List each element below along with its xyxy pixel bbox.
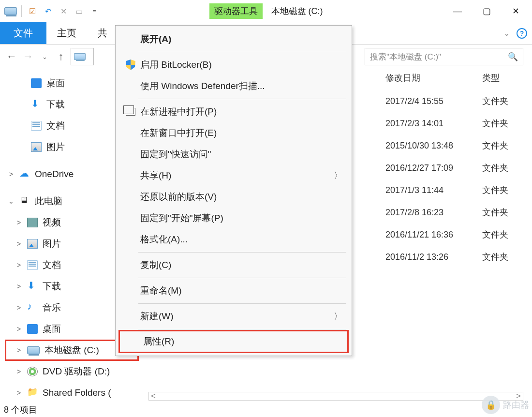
onedrive-icon	[19, 169, 30, 179]
menu-item[interactable]: 启用 BitLocker(B)	[117, 54, 350, 75]
menu-item[interactable]: 属性(R)	[120, 331, 347, 352]
menu-item[interactable]: 固定到"快速访问"	[117, 144, 350, 165]
qat-dropdown-icon[interactable]: =	[88, 4, 101, 18]
tree-caret-icon[interactable]: >	[15, 304, 22, 312]
tree-caret-icon[interactable]: >	[15, 368, 22, 375]
column-type[interactable]: 类型	[482, 72, 526, 84]
menu-item[interactable]: 使用 Windows Defender扫描...	[117, 75, 350, 97]
app-icon[interactable]	[4, 4, 17, 18]
menu-item[interactable]: 格式化(A)...	[117, 229, 350, 250]
doc-icon	[31, 121, 42, 131]
menu-item-label: 固定到"快速访问"	[140, 148, 342, 161]
cell-date: 2017/1/3 11:44	[385, 185, 482, 195]
tree-caret-icon[interactable]: >	[15, 283, 22, 290]
forward-button[interactable]: →	[21, 50, 35, 63]
table-row[interactable]: 2017/2/3 14:01文件夹	[385, 112, 532, 134]
drive-icon	[74, 53, 86, 60]
tree-item-label: 下载	[46, 98, 65, 111]
tree-item-label: 音乐	[43, 301, 61, 314]
video-icon	[27, 218, 38, 227]
table-row[interactable]: 2017/2/4 15:55文件夹	[385, 90, 532, 112]
search-placeholder: 搜索"本地磁盘 (C:)"	[370, 51, 441, 62]
tree-caret-icon[interactable]: >	[15, 389, 22, 397]
cell-type: 文件夹	[482, 251, 526, 263]
close-button[interactable]: ✕	[501, 3, 530, 19]
qat-properties-icon[interactable]: ☑	[26, 4, 39, 18]
ribbon-collapse-icon[interactable]: ⌄	[504, 30, 510, 37]
maximize-button[interactable]: ▢	[472, 3, 501, 19]
cell-type: 文件夹	[482, 184, 526, 196]
search-box[interactable]: 搜索"本地磁盘 (C:)" 🔍	[365, 48, 523, 65]
cell-date: 2016/12/27 17:09	[385, 163, 482, 173]
pc-icon	[19, 196, 30, 206]
share-tab[interactable]: 共	[87, 22, 118, 44]
tree-caret-icon[interactable]: >	[15, 240, 22, 248]
scroll-left-icon[interactable]: <	[149, 391, 158, 401]
qat-redo-icon[interactable]: ✕	[57, 4, 70, 18]
table-row[interactable]: 2016/12/27 17:09文件夹	[385, 157, 532, 179]
shield-icon	[126, 60, 135, 70]
menu-item[interactable]: 重命名(M)	[117, 280, 350, 301]
menu-item[interactable]: 共享(H)〉	[117, 165, 350, 186]
qat-undo-icon[interactable]: ↶	[41, 4, 55, 18]
table-row[interactable]: 2015/10/30 13:48文件夹	[385, 134, 532, 157]
menu-item[interactable]: 新建(W)〉	[117, 306, 350, 327]
cell-date: 2017/2/3 14:01	[385, 119, 482, 129]
cell-type: 文件夹	[482, 162, 526, 174]
menu-item[interactable]: 展开(A)	[117, 29, 350, 50]
file-tab[interactable]: 文件	[0, 22, 46, 44]
status-bar: 8 个项目	[0, 402, 532, 417]
table-row[interactable]: 2017/2/8 16:23文件夹	[385, 201, 532, 223]
menu-item[interactable]: 复制(C)	[117, 254, 350, 276]
horizontal-scrollbar[interactable]: < >	[148, 392, 523, 401]
tree-caret-icon[interactable]: >	[15, 261, 22, 269]
tree-item-label: 文档	[43, 259, 61, 271]
tree-caret-icon[interactable]: >	[8, 170, 15, 178]
minimize-button[interactable]: —	[443, 3, 472, 19]
tree-caret-icon[interactable]: >	[15, 325, 22, 333]
dvd-icon	[27, 367, 38, 376]
tree-item-label: 图片	[43, 238, 61, 250]
menu-item[interactable]: 还原以前的版本(V)	[117, 186, 350, 208]
menu-item-label: 重命名(M)	[140, 284, 342, 297]
tree-caret-icon[interactable]: >	[15, 346, 22, 354]
menu-item[interactable]: 固定到"开始"屏幕(P)	[117, 208, 350, 229]
tree-pc-shared[interactable]: >Shared Folders (	[5, 382, 139, 402]
tree-caret-icon[interactable]: >	[15, 219, 22, 226]
table-row[interactable]: 2016/11/2 13:26文件夹	[385, 246, 532, 268]
quick-access-toolbar: ☑ ↶ ✕ ▭ =	[2, 4, 101, 18]
table-row[interactable]: 2017/1/3 11:44文件夹	[385, 179, 532, 201]
desktop-icon	[31, 78, 42, 88]
desktop-icon	[27, 324, 38, 334]
doc-icon	[27, 260, 38, 270]
tree-pc-dvd[interactable]: >DVD 驱动器 (D:)	[5, 361, 139, 382]
cell-date: 2017/2/4 15:55	[385, 96, 482, 106]
status-item-count: 8 个项目	[4, 404, 37, 416]
menu-separator	[138, 52, 346, 52]
search-icon[interactable]: 🔍	[508, 52, 518, 62]
menu-item[interactable]: 在新窗口中打开(E)	[117, 122, 350, 144]
tree-caret-icon[interactable]: ⌄	[8, 197, 15, 205]
address-bar[interactable]	[71, 48, 94, 65]
cell-type: 文件夹	[482, 207, 526, 218]
table-row[interactable]: 2016/11/21 16:36文件夹	[385, 223, 532, 246]
menu-item-label: 新建(W)	[140, 310, 334, 323]
watermark-icon: 🔒	[482, 396, 500, 414]
menu-separator	[138, 278, 346, 278]
tree-item-label: 桌面	[46, 77, 65, 89]
menu-item[interactable]: 在新进程中打开(P)	[117, 101, 350, 122]
up-button[interactable]: ↑	[54, 50, 68, 63]
column-date-modified[interactable]: 修改日期	[385, 72, 482, 84]
music-icon	[27, 303, 38, 313]
titlebar: ☑ ↶ ✕ ▭ = 驱动器工具 本地磁盘 (C:) — ▢ ✕	[0, 0, 532, 22]
help-icon[interactable]: ?	[517, 28, 527, 39]
tree-item-label: 图片	[46, 141, 65, 153]
recent-dropdown-icon[interactable]: ⌄	[38, 53, 51, 60]
cell-type: 文件夹	[482, 140, 526, 151]
home-tab[interactable]: 主页	[46, 22, 87, 44]
back-button[interactable]: ←	[5, 50, 18, 63]
tree-item-label: 此电脑	[35, 195, 62, 208]
menu-item-label: 在新进程中打开(P)	[140, 105, 342, 118]
qat-delete-icon[interactable]: ▭	[72, 4, 86, 18]
menu-item-label: 使用 Windows Defender扫描...	[140, 80, 342, 92]
